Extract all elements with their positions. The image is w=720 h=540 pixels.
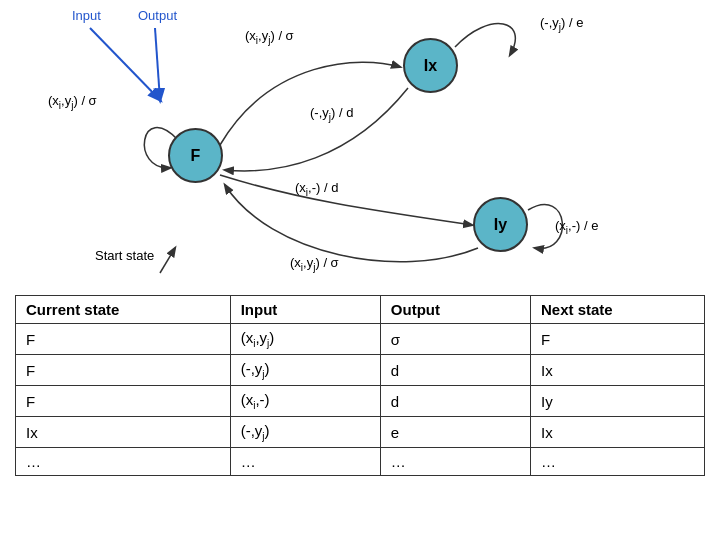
table-row: F (xi,-) d Iy [16,386,705,417]
state-Iy: Iy [473,197,528,252]
label-Ix-self: (-,yj) / e [540,15,583,33]
label-F-to-Ix: (xi,yj) / σ [245,28,294,46]
state-F: F [168,128,223,183]
table-row: F (xi,yj) σ F [16,324,705,355]
cell-current: … [16,448,231,476]
cell-next: F [530,324,704,355]
table-row: … … … … [16,448,705,476]
start-state-label: Start state [95,248,154,263]
col-header-next: Next state [530,296,704,324]
cell-next: … [530,448,704,476]
table-area: Current state Input Output Next state F … [0,295,720,476]
state-Ix: Ix [403,38,458,93]
table-row: F (-,yj) d Ix [16,355,705,386]
input-label: Input [72,8,101,23]
col-header-input: Input [230,296,380,324]
diagram-area: F Ix Iy Input Output Start state (xi,yj)… [0,0,720,295]
cell-current: F [16,386,231,417]
col-header-output: Output [380,296,530,324]
transition-table: Current state Input Output Next state F … [15,295,705,476]
label-Iy-self: (xi,-) / e [555,218,598,236]
cell-output: d [380,386,530,417]
cell-input: (xi,-) [230,386,380,417]
cell-output: e [380,417,530,448]
start-state-arrow [155,238,185,278]
svg-line-0 [90,28,160,100]
cell-next: Ix [530,355,704,386]
cell-output: d [380,355,530,386]
cell-output: … [380,448,530,476]
cell-current: F [16,355,231,386]
col-header-current: Current state [16,296,231,324]
cell-input: (-,yj) [230,355,380,386]
cell-input: (-,yj) [230,417,380,448]
cell-current: Ix [16,417,231,448]
label-F-self-topleft: (xi,yj) / σ [48,93,97,111]
label-Iy-to-F: (xi,yj) / σ [290,255,339,273]
cell-next: Iy [530,386,704,417]
output-label: Output [138,8,177,23]
cell-current: F [16,324,231,355]
label-Ix-to-F: (-,yj) / d [310,105,353,123]
svg-line-1 [155,28,160,100]
table-row: Ix (-,yj) e Ix [16,417,705,448]
cell-next: Ix [530,417,704,448]
cell-input: … [230,448,380,476]
svg-line-2 [160,248,175,273]
cell-output: σ [380,324,530,355]
label-F-to-Iy: (xi,-) / d [295,180,338,198]
cell-input: (xi,yj) [230,324,380,355]
